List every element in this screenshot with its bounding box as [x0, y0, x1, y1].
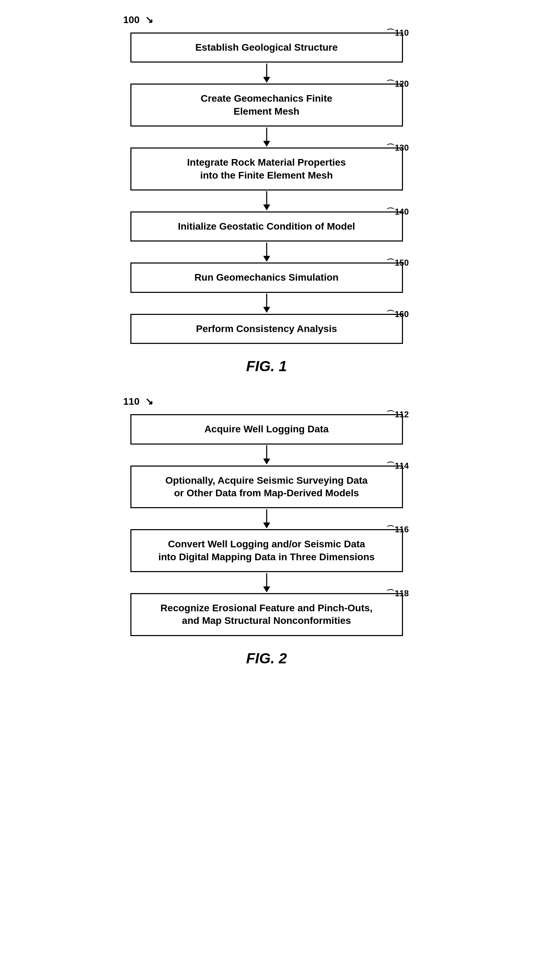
- box-116: ⌒116 Convert Well Logging and/or Seismic…: [130, 529, 403, 572]
- svg-marker-15: [263, 587, 270, 592]
- ref-118: ⌒118: [386, 588, 409, 599]
- arrow-1: [261, 62, 272, 84]
- arrow-4: [261, 242, 272, 262]
- box-130-text: Integrate Rock Material Propertiesinto t…: [187, 157, 346, 180]
- svg-marker-13: [263, 522, 270, 528]
- arrow-5: [261, 293, 272, 314]
- svg-marker-11: [263, 458, 270, 465]
- arrow-6: [261, 445, 272, 466]
- arrow-7: [261, 508, 272, 529]
- ref-160: ⌒160: [386, 309, 409, 320]
- svg-marker-5: [263, 204, 270, 210]
- figure-2-area: 110 ↘ ⌒112 Acquire Well Logging Data ⌒11…: [110, 396, 424, 667]
- ref-130: ⌒130: [386, 142, 409, 153]
- box-116-text: Convert Well Logging and/or Seismic Data…: [158, 539, 375, 562]
- box-140-text: Initialize Geostatic Condition of Model: [178, 221, 355, 232]
- ref-114: ⌒114: [386, 460, 409, 471]
- fig1-label: FIG. 1: [246, 358, 287, 375]
- svg-marker-1: [263, 77, 270, 83]
- figure-1-section: 100 ↘ ⌒110 Establish Geological Structur…: [21, 14, 512, 375]
- box-112-text: Acquire Well Logging Data: [204, 423, 329, 434]
- fig1-top-ref: 100 ↘: [123, 14, 153, 25]
- arrow-2: [261, 127, 272, 148]
- ref-116: ⌒116: [386, 524, 409, 535]
- arrow-3: [261, 191, 272, 212]
- box-114: ⌒114 Optionally, Acquire Seismic Surveyi…: [130, 466, 403, 509]
- box-140: ⌒140 Initialize Geostatic Condition of M…: [130, 212, 403, 242]
- box-114-text: Optionally, Acquire Seismic Surveying Da…: [165, 475, 368, 498]
- box-118-text: Recognize Erosional Feature and Pinch-Ou…: [161, 603, 372, 626]
- ref-110: ⌒110: [386, 27, 409, 38]
- box-160: ⌒160 Perform Consistency Analysis: [130, 314, 403, 344]
- box-120: ⌒120 Create Geomechanics FiniteElement M…: [130, 84, 403, 127]
- fig2-top-ref: 110 ↘: [123, 396, 153, 407]
- box-160-text: Perform Consistency Analysis: [196, 323, 337, 334]
- arrow-8: [261, 572, 272, 593]
- box-118: ⌒118 Recognize Erosional Feature and Pin…: [130, 593, 403, 636]
- page-container: 100 ↘ ⌒110 Establish Geological Structur…: [21, 14, 512, 688]
- box-110: ⌒110 Establish Geological Structure: [130, 32, 403, 62]
- box-120-text: Create Geomechanics FiniteElement Mesh: [200, 93, 333, 116]
- svg-marker-3: [263, 141, 270, 147]
- box-110-text: Establish Geological Structure: [196, 42, 338, 53]
- figure-1-area: 100 ↘ ⌒110 Establish Geological Structur…: [110, 14, 424, 375]
- ref-140: ⌒140: [386, 206, 409, 217]
- box-112: ⌒112 Acquire Well Logging Data: [130, 414, 403, 444]
- ref-120: ⌒120: [386, 78, 409, 89]
- box-150: ⌒150 Run Geomechanics Simulation: [130, 262, 403, 293]
- box-150-text: Run Geomechanics Simulation: [194, 272, 338, 283]
- svg-marker-9: [263, 307, 270, 313]
- figure-2-section: 110 ↘ ⌒112 Acquire Well Logging Data ⌒11…: [21, 396, 512, 667]
- fig2-label: FIG. 2: [246, 650, 287, 667]
- box-130: ⌒130 Integrate Rock Material Propertiesi…: [130, 148, 403, 191]
- ref-150: ⌒150: [386, 257, 409, 268]
- ref-112: ⌒112: [386, 409, 409, 420]
- svg-marker-7: [263, 256, 270, 262]
